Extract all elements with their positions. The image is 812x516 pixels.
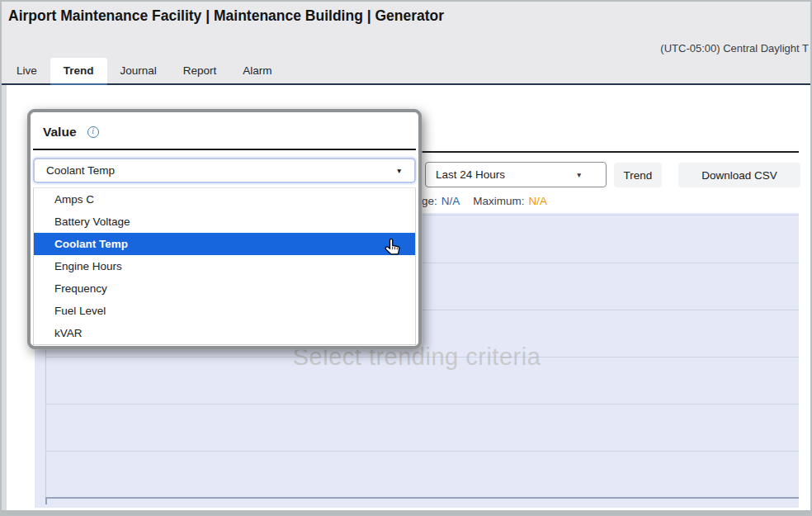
maximum-value: N/A — [529, 195, 548, 207]
time-range-select[interactable]: Last 24 Hours ▼ — [425, 162, 607, 187]
tab-journal[interactable]: Journal — [107, 58, 170, 83]
time-range-value: Last 24 Hours — [436, 168, 505, 181]
option-amps-c[interactable]: Amps C — [34, 188, 415, 211]
timezone-label: (UTC-05:00) Central Daylight T — [660, 42, 809, 54]
option-frequency[interactable]: Frequency — [34, 277, 415, 300]
maximum-label: Maximum: — [473, 195, 524, 207]
x-axis-line — [45, 497, 799, 499]
option-kvar[interactable]: kVAR — [34, 322, 415, 344]
popup-divider — [33, 149, 416, 150]
value-select[interactable]: Coolant Temp ▼ — [33, 158, 416, 183]
gridline — [45, 451, 799, 452]
tab-report[interactable]: Report — [170, 58, 230, 83]
value-popup-header: Value i — [31, 112, 418, 140]
option-engine-hours[interactable]: Engine Hours — [34, 255, 415, 277]
download-csv-button[interactable]: Download CSV — [678, 163, 800, 187]
info-icon[interactable]: i — [87, 126, 99, 138]
value-select-text: Coolant Temp — [46, 164, 115, 177]
option-fuel-level[interactable]: Fuel Level — [34, 300, 415, 322]
x-axis-tick — [45, 497, 47, 504]
chevron-down-icon: ▼ — [396, 168, 403, 175]
app-window: Airport Maintenance Facility | Maintenan… — [0, 0, 812, 516]
chevron-down-icon: ▼ — [576, 172, 583, 179]
bottom-scroll-track[interactable] — [2, 510, 810, 514]
value-options-list: Amps C Battery Voltage Coolant Temp Engi… — [33, 187, 416, 345]
value-popup: Value i Coolant Temp ▼ Amps C Battery Vo… — [27, 109, 422, 349]
average-value: N/A — [441, 195, 460, 207]
header: Airport Maintenance Facility | Maintenan… — [2, 2, 810, 85]
left-gutter — [2, 85, 7, 510]
page-title: Airport Maintenance Facility | Maintenan… — [8, 7, 444, 25]
option-coolant-temp[interactable]: Coolant Temp — [34, 233, 415, 255]
tab-trend[interactable]: Trend — [50, 58, 107, 83]
tab-bar: Live Trend Journal Report Alarm — [3, 58, 286, 83]
trend-button[interactable]: Trend — [614, 163, 662, 187]
tab-alarm[interactable]: Alarm — [229, 58, 285, 83]
gridline — [45, 404, 799, 405]
option-battery-voltage[interactable]: Battery Voltage — [34, 211, 415, 233]
value-label: Value — [43, 125, 77, 140]
tab-live[interactable]: Live — [3, 58, 50, 83]
